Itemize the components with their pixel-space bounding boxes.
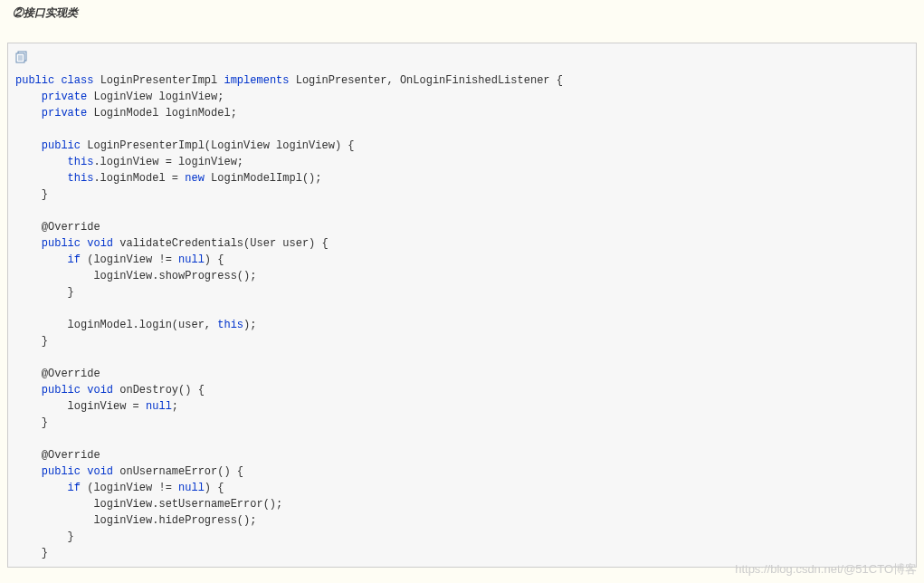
title-text: ②接口实现类 [13, 6, 78, 19]
section-title: ②接口实现类 [0, 0, 924, 26]
watermark-text: https://blog.csdn.net/@51CTO博客 [735, 562, 917, 576]
code-content: public class LoginPresenterImpl implemen… [15, 72, 909, 561]
code-block: public class LoginPresenterImpl implemen… [7, 43, 917, 568]
watermark: https://blog.csdn.net/@51CTO博客 [735, 561, 917, 578]
code-toolbar [15, 49, 909, 72]
copy-icon[interactable] [15, 51, 30, 63]
